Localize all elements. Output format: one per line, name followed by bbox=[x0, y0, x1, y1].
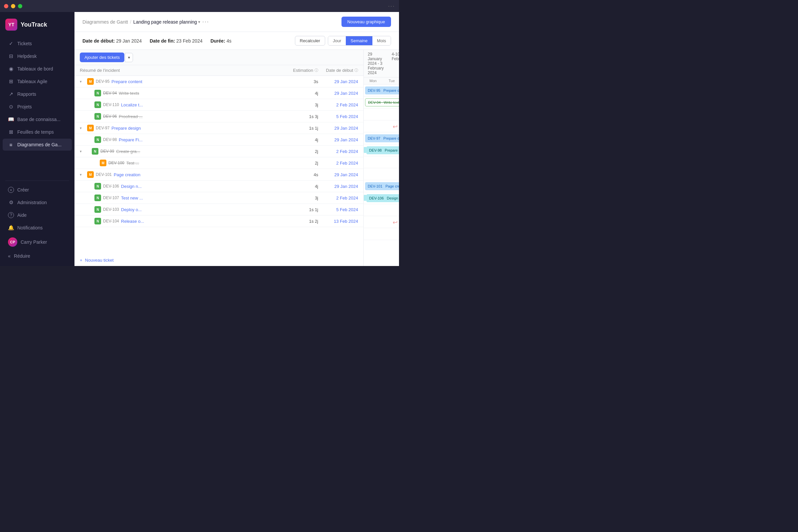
task-summary: N DEV-96 Proofread ... bbox=[80, 113, 285, 120]
sidebar-item-administration[interactable]: ⚙ Administration bbox=[3, 196, 72, 208]
sidebar-item-rapports[interactable]: ↗ Rapports bbox=[3, 88, 72, 100]
table-row: N DEV-110 Localize t... 3j 2 Feb 2024 bbox=[75, 99, 363, 111]
gantt-chart-row: DEV-101 Page creation bbox=[364, 180, 399, 192]
expand-icon[interactable]: ▾ bbox=[80, 149, 85, 154]
gantt-bar-dev95[interactable]: DEV-95 Prepare content bbox=[365, 87, 399, 94]
sidebar-reduce[interactable]: « Réduire bbox=[3, 250, 72, 262]
task-name[interactable]: Write texts bbox=[119, 91, 139, 96]
sidebar-item-label: Base de connaissa... bbox=[17, 117, 60, 122]
sidebar-item-helpdesk[interactable]: ⊟ Helpdesk bbox=[3, 50, 72, 62]
breadcrumb-dots[interactable]: ··· bbox=[202, 18, 209, 25]
task-name[interactable]: Deploy o... bbox=[121, 207, 141, 212]
table-row: N DEV-107 Test new ... 3j 2 Feb 2024 bbox=[75, 192, 363, 204]
task-date: 2 Feb 2024 bbox=[318, 195, 358, 201]
task-id: DEV-96 bbox=[103, 114, 117, 119]
sidebar-item-tableaux-bord[interactable]: ◉ Tableaux de bord bbox=[3, 63, 72, 75]
sidebar-item-base-connaissance[interactable]: 📖 Base de connaissa... bbox=[3, 113, 72, 125]
sidebar-user[interactable]: CP Carry Parker bbox=[3, 234, 72, 250]
task-name[interactable]: Design n... bbox=[121, 184, 141, 189]
plus-icon: + bbox=[8, 187, 14, 193]
tableaux-bord-icon: ◉ bbox=[8, 66, 14, 72]
sidebar-item-label: Notifications bbox=[17, 225, 42, 230]
task-date: 29 Jan 2024 bbox=[318, 91, 358, 96]
task-name[interactable]: Test ... bbox=[126, 160, 139, 166]
sidebar-item-projets[interactable]: ⊙ Projets bbox=[3, 101, 72, 113]
end-date-value: 23 Feb 2024 bbox=[176, 38, 203, 43]
breadcrumb-separator: / bbox=[130, 19, 131, 25]
task-date: 29 Jan 2024 bbox=[318, 172, 358, 177]
task-name[interactable]: Test new ... bbox=[121, 195, 143, 201]
task-id: DEV-110 bbox=[103, 102, 119, 107]
task-date: 29 Jan 2024 bbox=[318, 79, 358, 84]
add-tickets-button[interactable]: Ajouter des tickets bbox=[80, 53, 125, 62]
gantt-bar-dev98[interactable]: DEV-98 Prepare Figma dr... bbox=[366, 146, 399, 154]
expand-icon[interactable]: ▾ bbox=[80, 173, 85, 177]
task-list-header: Ajouter des tickets ▾ bbox=[75, 50, 363, 65]
sidebar-item-notifications[interactable]: 🔔 Notifications bbox=[3, 222, 72, 234]
task-date: 13 Feb 2024 bbox=[318, 219, 358, 224]
table-row: N DEV-104 Release o... 1s 2j 13 Feb 2024 bbox=[75, 215, 363, 227]
task-summary: N DEV-104 Release o... bbox=[80, 218, 285, 225]
new-chart-button[interactable]: Nouveau graphique bbox=[341, 17, 391, 27]
col-estimation-header: Estimation ⓘ bbox=[285, 68, 318, 73]
duration-label: Durée: bbox=[210, 38, 225, 43]
task-name[interactable]: Prepare Fi... bbox=[119, 137, 142, 142]
view-day-tab[interactable]: Jour bbox=[328, 36, 346, 45]
task-name[interactable]: Create gra... bbox=[116, 149, 140, 154]
close-button[interactable] bbox=[4, 4, 8, 8]
task-badge-n: N bbox=[94, 90, 101, 96]
task-id: DEV-95 bbox=[96, 79, 109, 84]
view-month-tab[interactable]: Mois bbox=[373, 36, 391, 45]
task-date: 29 Jan 2024 bbox=[318, 184, 358, 189]
sidebar-item-creer[interactable]: + Créer bbox=[3, 184, 72, 196]
week-label-2: 4-10 Febru... bbox=[388, 52, 399, 75]
task-name[interactable]: Release o... bbox=[121, 219, 144, 224]
help-icon: ? bbox=[8, 212, 14, 218]
add-tickets-dropdown[interactable]: ▾ bbox=[125, 53, 133, 62]
task-estimation: 4j bbox=[285, 184, 318, 189]
view-week-tab[interactable]: Semaine bbox=[346, 36, 372, 45]
minimize-button[interactable] bbox=[11, 4, 15, 8]
estimation-info-icon: ⓘ bbox=[315, 68, 318, 73]
helpdesk-icon: ⊟ bbox=[8, 53, 14, 59]
task-name[interactable]: Prepare content bbox=[111, 79, 142, 84]
task-badge-n: N bbox=[94, 101, 101, 108]
task-name[interactable]: Page creation bbox=[114, 172, 140, 177]
task-summary: ▾ N DEV-99 Create gra... bbox=[80, 148, 285, 155]
view-tabs: Jour Semaine Mois bbox=[328, 36, 391, 45]
gantt-bar-dev101[interactable]: DEV-101 Page creation bbox=[365, 182, 399, 190]
sidebar-item-tickets[interactable]: ✓ Tickets bbox=[3, 38, 72, 50]
task-estimation: 2j bbox=[285, 149, 318, 154]
task-name[interactable]: Proofread ... bbox=[119, 114, 142, 119]
gantt-chart-row: DEV-106 Design new landi... bbox=[364, 192, 399, 204]
end-date-label: Date de fin: bbox=[150, 38, 175, 43]
sidebar-item-feuilles-temps[interactable]: ⊠ Feuilles de temps bbox=[3, 126, 72, 138]
task-name[interactable]: Prepare design bbox=[111, 126, 141, 131]
maximize-button[interactable] bbox=[18, 4, 22, 8]
task-name[interactable]: Localize t... bbox=[121, 102, 143, 108]
new-ticket-row[interactable]: + Nouveau ticket bbox=[75, 254, 363, 266]
task-summary: N DEV-110 Localize t... bbox=[80, 101, 285, 108]
sidebar-item-aide[interactable]: ? Aide bbox=[3, 209, 72, 221]
gantt-bar-dev97[interactable]: DEV-97 Prepare design bbox=[365, 134, 399, 142]
gantt-chart-row bbox=[364, 228, 399, 240]
table-row: ▾ N DEV-99 Create gra... 2j 2 Feb 2024 bbox=[75, 146, 363, 157]
titlebar-menu[interactable]: ··· bbox=[388, 3, 395, 10]
task-badge-n: N bbox=[94, 194, 101, 201]
breadcrumb-parent[interactable]: Diagrammes de Gantt bbox=[82, 19, 128, 25]
avatar: CP bbox=[8, 238, 17, 247]
gantt-bar-dev94[interactable]: DEV-94 Write texts bbox=[365, 98, 399, 107]
sidebar-item-diagrammes-gantt[interactable]: ≡ Diagrammes de Ga... bbox=[3, 139, 72, 151]
sidebar-item-tableaux-agile[interactable]: ⊞ Tableaux Agile bbox=[3, 75, 72, 88]
task-summary: ▾ M DEV-95 Prepare content bbox=[80, 78, 285, 85]
sidebar-item-label: Tableaux Agile bbox=[17, 79, 47, 84]
gantt-bar-dev106[interactable]: DEV-106 Design new landi... bbox=[366, 194, 399, 202]
recalc-button[interactable]: Recalculer bbox=[295, 36, 325, 45]
col-date-header: Date de début ⓘ bbox=[318, 68, 358, 73]
task-estimation: 1s 3j bbox=[285, 114, 318, 119]
sidebar-nav: ✓ Tickets ⊟ Helpdesk ◉ Tableaux de bord … bbox=[0, 37, 75, 262]
task-badge-n: N bbox=[94, 183, 101, 190]
expand-icon[interactable]: ▾ bbox=[80, 126, 85, 130]
task-badge-n: N bbox=[94, 206, 101, 213]
expand-icon[interactable]: ▾ bbox=[80, 79, 85, 84]
